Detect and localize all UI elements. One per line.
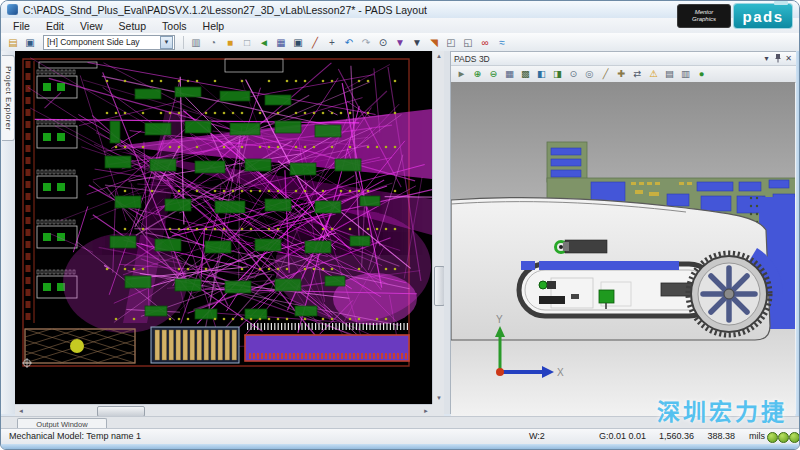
status-units: mils: [749, 431, 765, 441]
scrollbar-corner: [432, 404, 444, 416]
axis-x-label: X: [557, 367, 564, 378]
menu-file[interactable]: File: [5, 20, 38, 32]
open-file-icon[interactable]: ▤: [5, 35, 21, 50]
pads3d-scene: Y X: [451, 82, 795, 416]
brand-logos: MentorGraphics pads: [677, 4, 792, 28]
pads-layout-window: C:\PADS_Stnd_Plus_Eval\PADSVX.1.2\Lesson…: [0, 0, 800, 450]
status-bar: Mechanical Model: Temp name 1 W:2 G:0.01…: [1, 428, 799, 445]
highlight-brush-icon[interactable]: ◥: [426, 35, 442, 50]
project-explorer-tab[interactable]: Project Explorer: [2, 55, 15, 141]
sphere-render-icon[interactable]: ●: [694, 67, 709, 81]
zoom-icon[interactable]: ⊙: [375, 35, 391, 50]
status-led-2[interactable]: [778, 432, 789, 443]
menu-tools[interactable]: Tools: [154, 20, 195, 32]
refresh-icon[interactable]: ◔: [205, 35, 221, 50]
menu-setup[interactable]: Setup: [111, 20, 154, 32]
filter-gates-icon[interactable]: ▼: [392, 35, 408, 50]
watermark-text: 深圳宏力捷: [657, 393, 787, 427]
status-width-mode: W:2: [529, 431, 545, 441]
toolbar-separator: [183, 36, 184, 49]
status-coord-y: 388.38: [699, 431, 735, 441]
left-dock-strip: Project Explorer: [1, 51, 16, 414]
view-wireframe-icon[interactable]: ▦: [502, 67, 517, 81]
panel-menu-icon[interactable]: ▾: [761, 53, 772, 64]
status-grid: G:0.01 0.01: [599, 431, 646, 441]
mentor-graphics-logo: MentorGraphics: [677, 4, 731, 28]
grid-settings-icon[interactable]: ▦: [273, 35, 289, 50]
zoom-out-icon[interactable]: ⊖: [486, 67, 501, 81]
menu-edit[interactable]: Edit: [38, 20, 72, 32]
menu-view[interactable]: View: [72, 20, 111, 32]
pads-logo: pads: [734, 4, 792, 28]
window-cascade-icon[interactable]: ◰: [443, 35, 459, 50]
copy-view-icon[interactable]: ▥: [678, 67, 693, 81]
pads3d-panel: PADS 3D ▾ ✕ ►⊕⊖▦▩◧◨⊙◎╱✚⇄⚠▤▥●: [450, 51, 798, 414]
eco-mode-icon[interactable]: ◄: [256, 35, 272, 50]
close-icon[interactable]: ✕: [783, 53, 794, 64]
menu-help[interactable]: Help: [195, 20, 233, 32]
view-shaded-icon[interactable]: ▩: [518, 67, 533, 81]
select-icon[interactable]: ►: [454, 67, 469, 81]
zoom-in-icon[interactable]: ⊕: [470, 67, 485, 81]
pin-icon[interactable]: [772, 53, 783, 64]
dropdown-arrow-icon[interactable]: ▼: [160, 36, 173, 49]
window-tile-icon[interactable]: ◱: [460, 35, 476, 50]
status-led-3[interactable]: [789, 432, 800, 443]
pads3d-viewport[interactable]: Y X: [451, 82, 797, 414]
route-icon[interactable]: ╱: [307, 35, 323, 50]
view-bottom-icon[interactable]: ◨: [550, 67, 565, 81]
zoom-window-icon[interactable]: ⊙: [566, 67, 581, 81]
redo-icon[interactable]: ↷: [358, 35, 374, 50]
save-file-icon[interactable]: ▣: [22, 35, 38, 50]
new-document-icon[interactable]: □: [239, 35, 255, 50]
layer-selector-dropdown[interactable]: [H] Component Side Lay ▼: [43, 35, 175, 50]
pads3d-toolbar: ►⊕⊖▦▩◧◨⊙◎╱✚⇄⚠▤▥●: [451, 66, 797, 83]
undo-icon[interactable]: ↶: [341, 35, 357, 50]
status-led-1[interactable]: [767, 432, 778, 443]
verify-design-icon[interactable]: ∞: [477, 35, 493, 50]
window-title: C:\PADS_Stnd_Plus_Eval\PADSVX.1.2\Lesson…: [23, 4, 427, 16]
filter-nets-icon[interactable]: ▼: [409, 35, 425, 50]
layout-canvas-container: [15, 51, 432, 404]
window-right-border: [796, 51, 800, 442]
pan-icon[interactable]: ◎: [582, 67, 597, 81]
view-top-icon[interactable]: ◧: [534, 67, 549, 81]
pads3d-title-bar[interactable]: PADS 3D ▾ ✕: [451, 52, 797, 66]
properties-icon[interactable]: ▥: [188, 35, 204, 50]
export-icon[interactable]: ▤: [662, 67, 677, 81]
move-icon[interactable]: +: [324, 35, 340, 50]
warning-icon[interactable]: ⚠: [646, 67, 661, 81]
axis-y-label: Y: [496, 314, 503, 325]
app-icon: [7, 4, 18, 15]
racetrack-slot: [519, 261, 715, 316]
status-model-text: Mechanical Model: Temp name 1: [9, 431, 141, 441]
design-rules-icon[interactable]: ■: [222, 35, 238, 50]
window-bottom-border: [1, 444, 799, 450]
status-coord-x: 1,560.36: [646, 431, 694, 441]
main-toolbar: ▤▣ [H] Component Side Lay ▼ ▥◔■□◄▦▣╱+↶↷⊙…: [1, 33, 799, 52]
board-view-icon[interactable]: ▣: [290, 35, 306, 50]
measure-icon[interactable]: ╱: [598, 67, 613, 81]
connector-component: [556, 240, 608, 253]
pads3d-title: PADS 3D: [454, 54, 490, 64]
align-icon[interactable]: ⇄: [630, 67, 645, 81]
probe-icon[interactable]: ✚: [614, 67, 629, 81]
view-3d-icon[interactable]: ≈: [494, 35, 510, 50]
pcb-layout-canvas[interactable]: [15, 51, 432, 404]
